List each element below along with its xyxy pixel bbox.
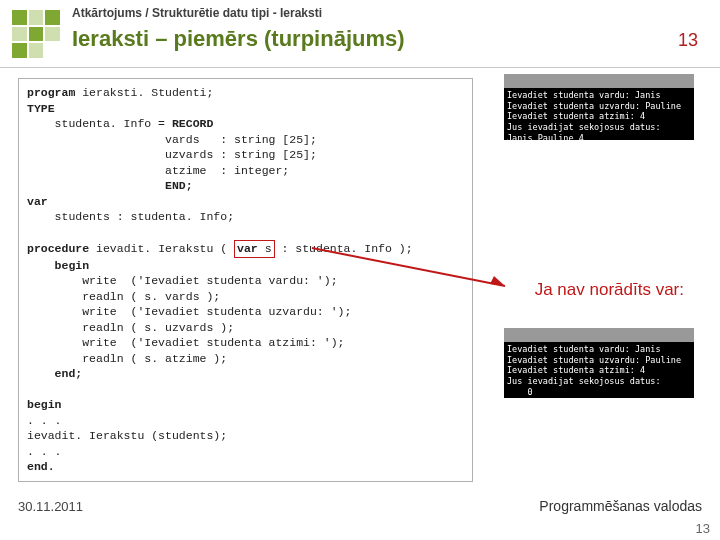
- breadcrumb: Atkārtojums / Strukturētie datu tipi - I…: [72, 6, 322, 20]
- slide-content: program ieraksti. Studenti; TYPE student…: [0, 68, 720, 482]
- var-highlight-box: var s: [234, 240, 275, 258]
- slide-title: Ieraksti – piemērs (turpinājums): [72, 26, 405, 52]
- code-listing: program ieraksti. Studenti; TYPE student…: [18, 78, 473, 482]
- footer-course: Programmēšanas valodas: [539, 498, 702, 514]
- annotation-text: Ja nav norādīts var:: [535, 280, 684, 300]
- footer-page-number: 13: [696, 521, 710, 536]
- slide-header: Atkārtojums / Strukturētie datu tipi - I…: [0, 0, 720, 68]
- console-output-with-var: Ievadiet studenta vardu: Janis Ievadiet …: [504, 74, 694, 140]
- slide-number: 13: [678, 30, 698, 51]
- console-output-without-var: Ievadiet studenta vardu: Janis Ievadiet …: [504, 328, 694, 398]
- logo: [12, 10, 60, 58]
- svg-marker-1: [490, 276, 505, 286]
- footer-date: 30.11.2011: [18, 499, 83, 514]
